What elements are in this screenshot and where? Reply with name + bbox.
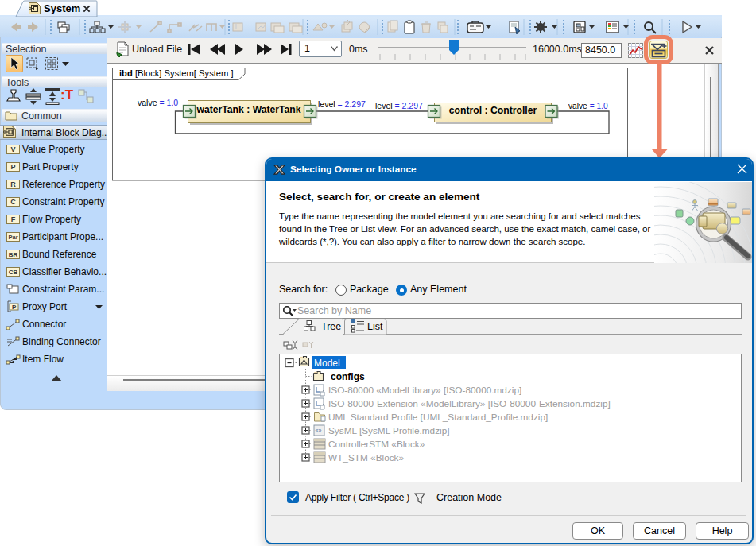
- svg-text:List: List: [367, 321, 383, 332]
- svg-text:WT_STM «Block»: WT_STM «Block»: [328, 452, 404, 463]
- svg-text:ISO-80000 «ModelLibrary» [ISO-: ISO-80000 «ModelLibrary» [ISO-80000.mdzi…: [328, 385, 521, 396]
- svg-text:ibd [Block] System[ System ]: ibd [Block] System[ System ]: [119, 68, 234, 78]
- svg-text:configs: configs: [331, 371, 365, 382]
- svg-text:Tree: Tree: [321, 321, 341, 332]
- svg-text:control : Controller: control : Controller: [449, 105, 537, 116]
- svg-text:«»: «»: [316, 428, 322, 433]
- svg-text:ISO-80000-Extension «ModelLibr: ISO-80000-Extension «ModelLibrary» [ISO-…: [328, 398, 611, 409]
- svg-text:level = 2.297: level = 2.297: [375, 101, 423, 110]
- svg-text:P: P: [12, 304, 17, 311]
- svg-text:valve = 1.0: valve = 1.0: [138, 98, 178, 107]
- svg-text:valve = 1.0: valve = 1.0: [568, 102, 608, 110]
- svg-text:level = 2.297: level = 2.297: [318, 99, 366, 109]
- svg-text:waterTank : WaterTank: waterTank : WaterTank: [196, 104, 300, 115]
- svg-text:Model: Model: [314, 358, 340, 369]
- svg-text:UML Standard Profile [UML_Stan: UML Standard Profile [UML_Standard_Profi…: [328, 412, 548, 423]
- svg-text:ControllerSTM «Block»: ControllerSTM «Block»: [328, 439, 425, 450]
- svg-text:SysML [SysML Profile.mdzip]: SysML [SysML Profile.mdzip]: [328, 425, 450, 436]
